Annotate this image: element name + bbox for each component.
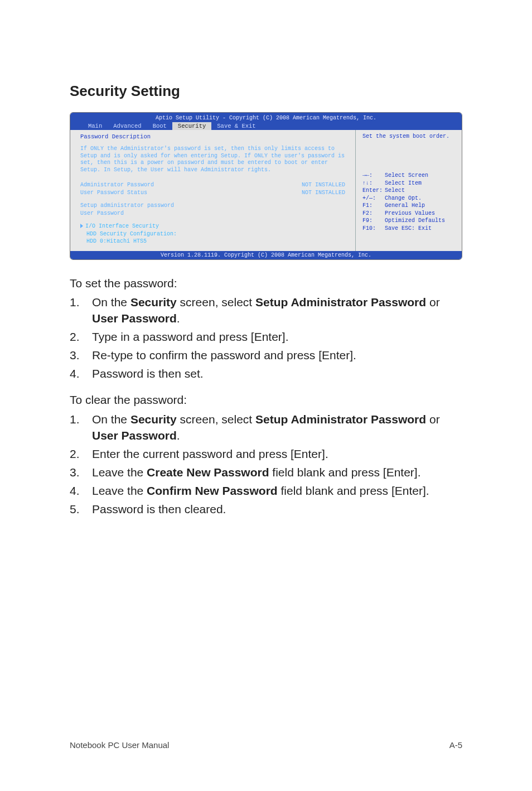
bios-password-description-body: If ONLY the Administrator's password is …: [80, 146, 345, 173]
bios-help-row: ↑↓:Select Item: [362, 180, 456, 187]
bios-io-security: I/O Interface Security: [80, 223, 345, 230]
bios-row-admin-password: Administrator Password NOT INSTALLED: [80, 181, 345, 189]
bios-right-pane: Set the system boot order. →←:Select Scr…: [356, 130, 462, 251]
step-number: 4.: [70, 366, 82, 382]
list-item: 2.Type in a password and press [Enter].: [70, 329, 462, 345]
bios-header-title: Aptio Setup Utility - Copyright (C) 2008…: [70, 114, 462, 122]
text-run: field blank and press [Enter].: [269, 466, 421, 479]
step-text: Leave the Confirm New Password field bla…: [92, 483, 429, 499]
bios-help-val: Previous Values: [385, 210, 435, 218]
bios-body: Password Description If ONLY the Adminis…: [70, 130, 462, 251]
bios-help-val: Change Opt.: [385, 195, 422, 202]
footer-left: Notebook PC User Manual: [70, 740, 169, 750]
bios-item: User Password: [80, 210, 345, 218]
list-item: 1. On the Security screen, select Setup …: [70, 295, 462, 327]
text-bold: Create New Password: [147, 466, 269, 479]
text-bold: User Password: [92, 312, 177, 325]
text-run: On the: [92, 296, 130, 308]
bios-help-val: Optimized Defaults: [385, 217, 445, 225]
step-number: 5.: [70, 501, 82, 518]
bios-help-key: F9:: [362, 217, 383, 225]
bios-header: Aptio Setup Utility - Copyright (C) 2008…: [70, 113, 462, 130]
step-text: On the Security screen, select Setup Adm…: [92, 295, 462, 327]
bios-tab-boot: Boot: [147, 122, 172, 130]
bios-help-row: Enter:Select: [362, 187, 456, 195]
section-heading: Security Setting: [70, 83, 462, 100]
clear-password-intro: To clear the password:: [70, 392, 462, 408]
bios-help-key: +/—:: [362, 195, 383, 202]
footer-right: A-5: [449, 740, 462, 750]
bios-password-description-title: Password Description: [80, 133, 345, 140]
bios-io-block: I/O Interface Security HDD Security Conf…: [80, 223, 345, 245]
step-number: 3.: [70, 348, 82, 364]
bios-row-value: NOT INSTALLED: [302, 189, 345, 197]
clear-password-steps: 1. On the Security screen, select Setup …: [70, 412, 462, 518]
bios-item: Setup administrator password: [80, 202, 345, 210]
bios-help-keys: →←:Select Screen ↑↓:Select Item Enter:Se…: [362, 172, 456, 232]
text-bold: Security: [130, 296, 177, 308]
bios-help-val: Select: [385, 187, 405, 195]
text-run: .: [177, 429, 180, 442]
bios-row-value: NOT INSTALLED: [302, 181, 345, 189]
text-run: or: [426, 413, 440, 426]
body-text: To set the password: 1. On the Security …: [70, 276, 462, 518]
step-text: Password is then cleared.: [92, 501, 226, 518]
bios-right-hint: Set the system boot order.: [362, 133, 456, 139]
step-text: On the Security screen, select Setup Adm…: [92, 412, 462, 444]
step-number: 1.: [70, 412, 82, 444]
bios-footer: Version 1.28.1119. Copyright (C) 2008 Am…: [70, 251, 462, 259]
text-run: screen, select: [177, 413, 255, 426]
step-text: Type in a password and press [Enter].: [92, 329, 289, 345]
step-number: 1.: [70, 295, 82, 327]
text-run: On the: [92, 413, 130, 426]
bios-hdd-sec-cfg: HDD Security Configuration:: [80, 230, 345, 238]
bios-help-key: F10:: [362, 225, 383, 233]
step-number: 2.: [70, 446, 82, 462]
text-bold: Confirm New Password: [147, 484, 278, 497]
bios-tabs: Main Advanced Boot Security Save & Exit: [70, 122, 462, 130]
step-number: 2.: [70, 329, 82, 345]
step-text: Leave the Create New Password field blan…: [92, 465, 421, 481]
list-item: 3. Leave the Create New Password field b…: [70, 465, 462, 481]
bios-help-key: →←:: [362, 172, 383, 180]
list-item: 4.Password is then set.: [70, 366, 462, 382]
text-run: or: [426, 296, 440, 308]
text-run: Leave the: [92, 484, 147, 497]
text-run: field blank and press [Enter].: [278, 484, 429, 497]
step-text: Enter the current password and press [En…: [92, 446, 328, 462]
bios-hdd-item: HDD 0:Hitachi HTS5: [80, 238, 345, 245]
bios-left-pane: Password Description If ONLY the Adminis…: [70, 130, 356, 251]
bios-help-row: +/—:Change Opt.: [362, 195, 456, 202]
bios-tab-save-exit: Save & Exit: [211, 122, 261, 130]
bios-row-label: User Password Status: [80, 189, 147, 197]
list-item: 1. On the Security screen, select Setup …: [70, 412, 462, 444]
bios-help-row: →←:Select Screen: [362, 172, 456, 180]
bios-help-row: F1:General Help: [362, 202, 456, 210]
bios-tab-main: Main: [83, 122, 108, 130]
bios-help-val: Select Screen: [385, 172, 428, 180]
text-run: screen, select: [177, 296, 255, 308]
page-footer: Notebook PC User Manual A-5: [70, 740, 462, 750]
text-bold: User Password: [92, 429, 177, 442]
list-item: 3.Re-type to confirm the password and pr…: [70, 348, 462, 364]
set-password-steps: 1. On the Security screen, select Setup …: [70, 295, 462, 382]
bios-help-key: F1:: [362, 202, 383, 210]
set-password-intro: To set the password:: [70, 276, 462, 292]
bios-io-security-label: I/O Interface Security: [85, 223, 159, 229]
list-item: 5.Password is then cleared.: [70, 501, 462, 518]
triangle-right-icon: [80, 224, 83, 228]
bios-row-label: Administrator Password: [80, 181, 154, 189]
bios-help-key: Enter:: [362, 187, 383, 195]
text-run: .: [177, 312, 180, 325]
list-item: 2.Enter the current password and press […: [70, 446, 462, 462]
bios-help-row: F10:Save ESC: Exit: [362, 225, 456, 233]
bios-tab-advanced: Advanced: [108, 122, 147, 130]
bios-tab-security: Security: [172, 122, 211, 130]
step-text: Password is then set.: [92, 366, 204, 382]
list-item: 4. Leave the Confirm New Password field …: [70, 483, 462, 499]
text-bold: Setup Administrator Password: [255, 413, 426, 426]
bios-help-row: F9:Optimized Defaults: [362, 217, 456, 225]
text-bold: Setup Administrator Password: [255, 296, 426, 308]
bios-screenshot: Aptio Setup Utility - Copyright (C) 2008…: [70, 112, 462, 260]
bios-help-val: Select Item: [385, 180, 422, 187]
